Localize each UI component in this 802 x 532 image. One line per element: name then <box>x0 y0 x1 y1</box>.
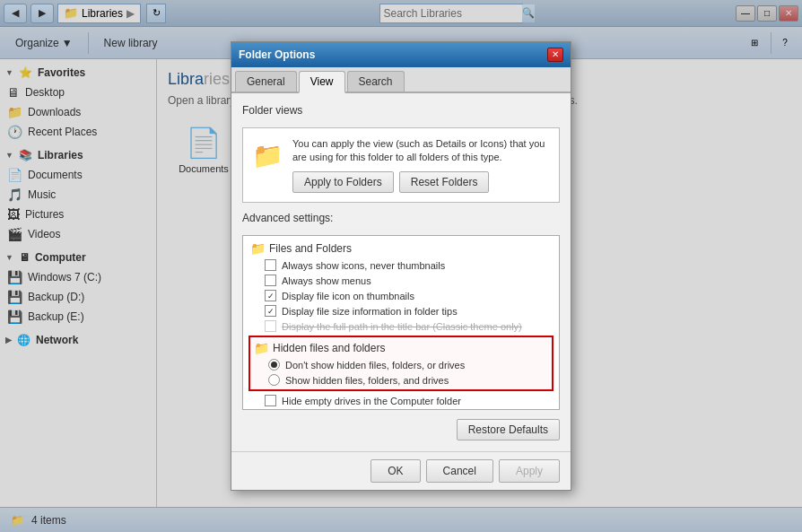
dialog-footer: OK Cancel Apply <box>231 451 571 490</box>
files-folders-group: 📁 Files and Folders <box>247 240 555 257</box>
setting-hide-extensions[interactable]: Hide extensions for known file types <box>247 408 555 410</box>
setting-always-menus-label: Always show menus <box>282 275 371 286</box>
ok-button[interactable]: OK <box>370 459 420 483</box>
apply-button[interactable]: Apply <box>499 459 560 483</box>
checkbox-hide-empty-drives[interactable] <box>265 395 276 406</box>
tab-general[interactable]: General <box>235 71 297 92</box>
setting-hide-empty-drives[interactable]: Hide empty drives in the Computer folder <box>247 393 555 408</box>
hidden-files-group-label: 📁 Hidden files and folders <box>250 339 552 357</box>
radio-dont-show-label: Don't show hidden files, folders, or dri… <box>285 360 465 371</box>
radio-btn-show[interactable] <box>268 374 280 386</box>
radio-show-hidden[interactable]: Show hidden files, folders, and drives <box>250 372 552 388</box>
setting-file-icon-thumbnails-label: Display file icon on thumbnails <box>282 291 414 301</box>
setting-hide-empty-drives-label: Hide empty drives in the Computer folder <box>282 396 461 406</box>
checkbox-full-path[interactable] <box>265 320 276 332</box>
setting-full-path-label: Display the full path in the title bar (… <box>282 321 522 332</box>
hidden-files-icon: 📁 <box>254 341 269 355</box>
dialog-titlebar: Folder Options ✕ <box>231 42 571 67</box>
checkbox-file-size-info[interactable] <box>265 305 276 317</box>
settings-list-inner: 📁 Files and Folders Always show icons, n… <box>243 238 559 410</box>
dialog-overlay: Folder Options ✕ General View Search Fol… <box>0 0 802 532</box>
setting-file-icon-thumbnails[interactable]: Display file icon on thumbnails <box>247 288 555 303</box>
dialog-body: Folder views 📁 You can apply the view (s… <box>231 93 571 452</box>
folder-views-text: You can apply the view (such as Details … <box>292 137 550 194</box>
folder-views-label: Folder views <box>242 104 560 117</box>
setting-always-icons-label: Always show icons, never thumbnails <box>282 260 445 271</box>
checkbox-always-icons[interactable] <box>265 259 276 271</box>
folder-views-section: 📁 You can apply the view (such as Detail… <box>242 127 560 204</box>
setting-always-menus[interactable]: Always show menus <box>247 273 555 288</box>
setting-file-size-info-label: Display file size information in folder … <box>282 306 458 317</box>
folder-views-description: You can apply the view (such as Details … <box>292 137 550 165</box>
apply-to-folders-button[interactable]: Apply to Folders <box>292 171 394 193</box>
setting-always-icons[interactable]: Always show icons, never thumbnails <box>247 257 555 273</box>
restore-defaults-container: Restore Defaults <box>242 419 560 440</box>
radio-show-label: Show hidden files, folders, and drives <box>285 375 449 386</box>
folder-options-dialog: Folder Options ✕ General View Search Fol… <box>231 41 571 492</box>
hidden-files-section: 📁 Hidden files and folders Don't show hi… <box>248 336 554 391</box>
hidden-files-label-text: Hidden files and folders <box>273 342 385 354</box>
settings-list[interactable]: 📁 Files and Folders Always show icons, n… <box>242 235 560 410</box>
tab-view[interactable]: View <box>299 71 345 93</box>
radio-dont-show-hidden[interactable]: Don't show hidden files, folders, or dri… <box>250 357 552 372</box>
dialog-title: Folder Options <box>239 48 315 61</box>
setting-full-path[interactable]: Display the full path in the title bar (… <box>247 318 555 334</box>
setting-file-size-info[interactable]: Display file size information in folder … <box>247 303 555 318</box>
tab-search[interactable]: Search <box>347 71 405 92</box>
restore-defaults-button[interactable]: Restore Defaults <box>457 419 560 440</box>
reset-folders-button[interactable]: Reset Folders <box>399 171 490 193</box>
files-folders-label: Files and Folders <box>269 242 352 255</box>
dialog-close-button[interactable]: ✕ <box>547 48 563 62</box>
files-folders-icon: 📁 <box>250 241 266 256</box>
checkbox-file-icon-thumbnails[interactable] <box>265 290 276 301</box>
folder-views-buttons: Apply to Folders Reset Folders <box>292 171 550 193</box>
cancel-button[interactable]: Cancel <box>426 459 493 483</box>
folder-views-icon: 📁 <box>252 141 283 170</box>
checkbox-always-menus[interactable] <box>265 275 276 286</box>
dialog-tabs: General View Search <box>231 67 571 93</box>
advanced-settings-label: Advanced settings: <box>242 212 560 224</box>
radio-btn-dont-show[interactable] <box>268 359 280 371</box>
